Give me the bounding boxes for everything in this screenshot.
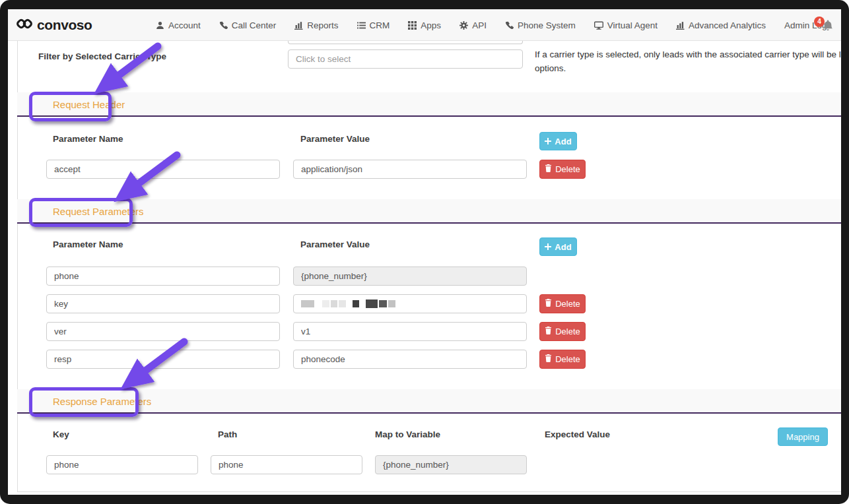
rh-add-button[interactable]: Add — [539, 132, 577, 150]
filter-help-text: If a carrier type is selected, only lead… — [535, 47, 841, 75]
bar-chart-icon — [676, 21, 685, 30]
filter-carrier-type-input[interactable] — [288, 49, 523, 69]
brand-logo[interactable]: convoso — [16, 9, 92, 41]
rh-col-parameter-name: Parameter Name — [53, 134, 123, 144]
screenshot-frame: convoso Account Call Center Reports CR — [0, 0, 849, 504]
nav-item-apps[interactable]: Apps — [408, 20, 441, 30]
notification-badge[interactable]: 4 — [814, 16, 825, 27]
response-parameters-section-bar: Response Parameters — [17, 389, 841, 414]
rh-row-name-input[interactable] — [46, 160, 280, 179]
resp-col-key: Key — [53, 429, 69, 439]
resp-row-map-input — [375, 455, 527, 474]
rp-row2-value-input[interactable] — [293, 294, 527, 313]
phone-icon — [219, 21, 228, 30]
trash-icon — [545, 299, 552, 309]
rp-row4-delete-button[interactable]: Delete — [539, 350, 586, 369]
nav-item-api[interactable]: API — [459, 20, 487, 30]
response-parameters-title: Response Parameters — [53, 389, 151, 414]
nav-item-account[interactable]: Account — [156, 20, 201, 30]
filter-carrier-type-label: Filter by Selected Carrier Type — [38, 51, 166, 61]
resp-row-path-input[interactable] — [211, 455, 362, 474]
rp-row2-name-input[interactable] — [46, 294, 280, 313]
rp-col-parameter-value: Parameter Value — [300, 239, 370, 249]
resp-col-path: Path — [218, 429, 237, 439]
plus-icon — [545, 242, 551, 252]
user-icon — [156, 21, 164, 30]
panel-bottom-border — [17, 491, 841, 492]
rp-row1-name-input[interactable] — [46, 267, 280, 286]
rp-row4-value-input[interactable] — [293, 350, 527, 369]
request-parameters-section-bar: Request Parameters — [17, 199, 841, 224]
rp-add-button[interactable]: Add — [539, 237, 577, 256]
rp-row2-delete-button[interactable]: Delete — [539, 294, 586, 313]
nav-item-phone-system[interactable]: Phone System — [505, 20, 576, 30]
convoso-knot-icon — [16, 15, 33, 35]
rp-row3-value-input[interactable] — [293, 322, 527, 341]
trash-icon — [545, 327, 552, 336]
resp-row-key-input[interactable] — [46, 455, 198, 474]
gear-icon — [459, 21, 468, 30]
trash-icon — [545, 164, 552, 174]
nav-menu: Account Call Center Reports CRM Apps — [156, 9, 831, 41]
rh-col-parameter-value: Parameter Value — [300, 134, 370, 144]
grid-icon — [408, 21, 417, 30]
rh-row-value-input[interactable] — [293, 160, 527, 179]
request-header-title: Request Header — [53, 92, 125, 117]
brand-name: convoso — [37, 17, 92, 33]
bar-chart-icon — [294, 21, 303, 30]
notifications[interactable]: 4 — [821, 19, 836, 34]
redacted-value-blocks — [301, 299, 395, 308]
rp-row1-value-input — [293, 267, 527, 286]
resp-col-expected-value: Expected Value — [545, 429, 610, 439]
list-icon — [357, 21, 366, 30]
app-window: convoso Account Call Center Reports CR — [8, 9, 841, 495]
nav-item-virtual-agent[interactable]: Virtual Agent — [594, 20, 658, 30]
mapping-button[interactable]: Mapping — [778, 427, 828, 446]
rp-col-parameter-name: Parameter Name — [53, 239, 123, 249]
rh-delete-button[interactable]: Delete — [539, 160, 586, 179]
top-navbar: convoso Account Call Center Reports CR — [8, 9, 841, 41]
rp-row3-name-input[interactable] — [46, 322, 280, 341]
nav-item-call-center[interactable]: Call Center — [219, 20, 277, 30]
request-parameters-title: Request Parameters — [53, 199, 144, 224]
monitor-icon — [594, 21, 603, 30]
nav-item-crm[interactable]: CRM — [357, 20, 390, 30]
request-header-section-bar: Request Header — [17, 92, 841, 117]
nav-item-advanced-analytics[interactable]: Advanced Analytics — [676, 20, 766, 30]
plus-icon — [545, 137, 551, 146]
resp-col-map-to-variable: Map to Variable — [375, 429, 440, 439]
phone-icon — [505, 21, 514, 30]
rp-row3-delete-button[interactable]: Delete — [539, 322, 586, 341]
trash-icon — [545, 354, 552, 364]
rp-row4-name-input[interactable] — [46, 350, 280, 369]
nav-item-reports[interactable]: Reports — [294, 20, 338, 30]
